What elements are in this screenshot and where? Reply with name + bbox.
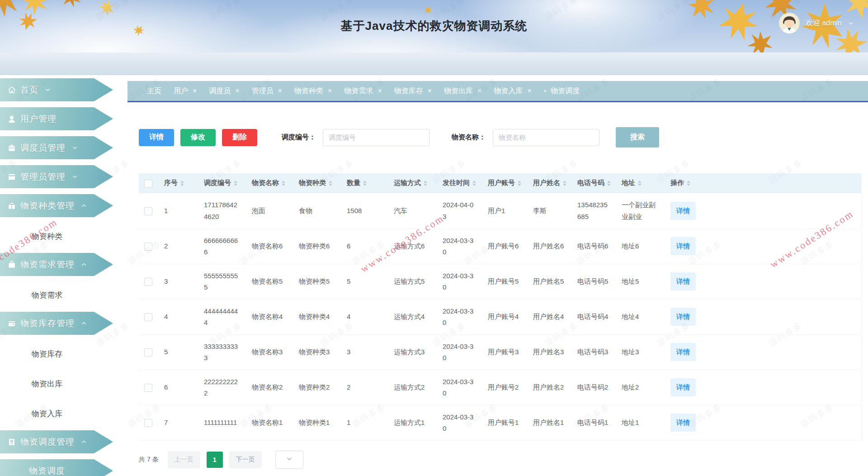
avatar[interactable]: [779, 13, 800, 33]
tab-material-demand[interactable]: 物资需求×: [344, 86, 382, 96]
cell-username: 用户姓名4: [533, 299, 577, 334]
tab-label: 调度员: [209, 86, 231, 96]
row-detail-button[interactable]: 详情: [670, 202, 696, 220]
sidebar-item-material-dispatch-mgmt[interactable]: 物资调度管理: [0, 430, 113, 453]
row-detail-button[interactable]: 详情: [670, 308, 696, 326]
column-header-action[interactable]: 操作: [670, 173, 861, 193]
dispatch-no-input[interactable]: [323, 129, 429, 146]
row-detail-button[interactable]: 详情: [670, 414, 696, 432]
prev-page-button[interactable]: 上一页: [168, 451, 200, 468]
sidebar-subitem-material-type[interactable]: 物资种类: [0, 223, 94, 249]
tab-close-icon[interactable]: ×: [193, 87, 197, 95]
column-header-qty[interactable]: 数量: [347, 173, 394, 193]
tab-material-dispatch[interactable]: ●物资调度×: [544, 86, 589, 96]
cell-code: 6666666666: [204, 228, 252, 264]
select-all-checkbox[interactable]: [144, 180, 152, 188]
tab-material-stock[interactable]: 物资库存×: [394, 86, 432, 96]
user-icon: [7, 114, 16, 124]
sidebar-subitem-material-stock[interactable]: 物资库存: [0, 341, 94, 367]
column-label: 发往时间: [443, 179, 470, 186]
cell-date: 2024-03-30: [443, 299, 488, 334]
cell-name: 物资名称4: [252, 299, 299, 334]
detail-button[interactable]: 详情: [139, 129, 174, 146]
column-header-phone[interactable]: 电话号码: [577, 173, 622, 193]
cell-code: 5555555555: [204, 264, 252, 299]
sidebar-item-material-stock-mgmt[interactable]: 物资库存管理: [0, 312, 113, 335]
tab-label: 用户: [174, 86, 188, 96]
tab-admin[interactable]: 管理员×: [252, 86, 282, 96]
delete-button[interactable]: 删除: [222, 129, 257, 146]
cell-address: 地址6: [622, 228, 670, 264]
edit-button[interactable]: 修改: [180, 129, 216, 146]
cell-address: 地址1: [622, 405, 670, 440]
table-row: 44444444444物资名称4物资种类44运输方式42024-03-30用户账…: [139, 299, 861, 334]
search-button[interactable]: 搜索: [616, 127, 659, 148]
tab-material-inbound[interactable]: 物资入库×: [494, 86, 531, 96]
sidebar-subitem-material-inbound[interactable]: 物资入库: [0, 400, 94, 427]
page-size-select[interactable]: [275, 451, 303, 469]
material-name-input[interactable]: [493, 129, 599, 146]
column-header-date[interactable]: 发往时间: [443, 173, 488, 193]
cell-qty: 4: [347, 299, 394, 334]
column-header-code[interactable]: 调度编号: [204, 173, 252, 193]
sidebar-subitem-material-demand[interactable]: 物资需求: [0, 282, 94, 308]
tab-close-icon[interactable]: ×: [235, 87, 239, 95]
tab-material-type[interactable]: 物资种类×: [294, 86, 332, 96]
column-header-username[interactable]: 用户姓名: [533, 173, 577, 193]
cell-transport: 运输方式3: [394, 334, 443, 370]
next-page-button[interactable]: 下一页: [229, 451, 262, 468]
cell-name: 物资名称2: [252, 370, 299, 405]
total-count: 共 7 条: [139, 456, 159, 464]
cell-name: 物资名称1: [252, 405, 299, 440]
cell-code: 1711786424620: [204, 193, 252, 228]
sidebar-item-material-type-mgmt[interactable]: 物资种类管理: [0, 194, 113, 217]
row-detail-button[interactable]: 详情: [670, 237, 696, 255]
row-checkbox[interactable]: [144, 384, 152, 392]
cell-category: 食物: [299, 193, 347, 228]
tab-close-icon[interactable]: ×: [377, 87, 382, 95]
row-detail-button[interactable]: 详情: [670, 378, 696, 396]
tab-dispatcher[interactable]: 调度员×: [209, 86, 239, 96]
row-detail-button[interactable]: 详情: [670, 272, 696, 290]
tab-close-icon[interactable]: ×: [428, 87, 432, 95]
tab-user[interactable]: 用户×: [174, 86, 197, 96]
tab-close-icon[interactable]: ×: [278, 87, 282, 95]
table-row: 62222222222物资名称2物资种类22运输方式22024-03-30用户账…: [139, 370, 861, 405]
sidebar-item-material-dispatch[interactable]: 物资调度: [0, 459, 113, 476]
column-header-transport[interactable]: 运输方式: [394, 173, 443, 193]
row-checkbox[interactable]: [144, 243, 152, 251]
column-header-no[interactable]: 序号: [164, 173, 204, 193]
row-checkbox[interactable]: [144, 278, 152, 286]
tab-close-icon[interactable]: ×: [477, 87, 481, 95]
user-menu[interactable]: 欢迎 admin: [779, 13, 854, 33]
row-detail-button[interactable]: 详情: [670, 343, 696, 361]
cell-qty: 1: [347, 405, 394, 440]
row-checkbox[interactable]: [144, 313, 152, 321]
current-page-button[interactable]: 1: [207, 452, 223, 468]
cell-name: 泡面: [252, 193, 299, 228]
tab-material-outbound[interactable]: 物资出库×: [444, 86, 481, 96]
row-checkbox[interactable]: [144, 419, 152, 427]
column-header-category[interactable]: 物资种类: [299, 173, 347, 193]
wallet-icon: [7, 319, 16, 328]
sidebar-subitem-material-outbound[interactable]: 物资出库: [0, 371, 94, 397]
cell-username: 李斯: [533, 193, 577, 228]
sort-icon: [234, 179, 237, 188]
tab-close-icon[interactable]: ×: [527, 87, 531, 95]
active-tab-dot-icon: ●: [544, 89, 546, 93]
sidebar-item-home[interactable]: 首页: [0, 78, 113, 101]
column-header-address[interactable]: 地址: [622, 173, 670, 193]
sidebar-item-user-mgmt[interactable]: 用户管理: [0, 107, 113, 130]
column-header-account[interactable]: 用户账号: [488, 173, 533, 193]
sidebar-item-admin-mgmt[interactable]: 管理员管理: [0, 165, 113, 188]
cell-date: 2024-03-30: [443, 228, 488, 264]
tab-close-icon[interactable]: ×: [328, 87, 332, 95]
sidebar-item-material-demand-mgmt[interactable]: 物资需求管理: [0, 253, 113, 276]
row-checkbox[interactable]: [144, 348, 152, 357]
tab-close-icon[interactable]: ×: [584, 87, 588, 95]
sidebar-item-dispatcher-mgmt[interactable]: 调度员管理: [0, 136, 113, 159]
column-header-name[interactable]: 物资名称: [252, 173, 299, 193]
row-checkbox[interactable]: [144, 207, 152, 215]
tab-label: 物资种类: [294, 86, 323, 96]
tab-home[interactable]: 主页: [147, 86, 161, 96]
